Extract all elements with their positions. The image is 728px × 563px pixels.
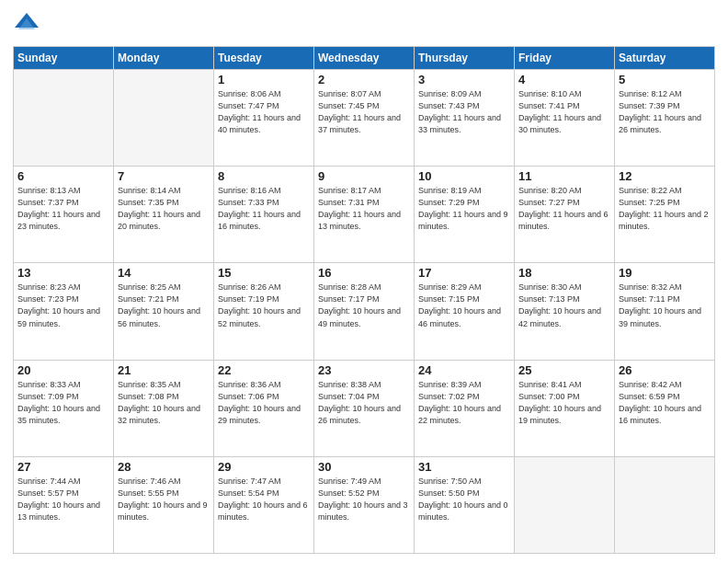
- day-number: 25: [518, 363, 610, 377]
- day-number: 20: [17, 363, 109, 377]
- day-info: Sunrise: 8:26 AMSunset: 7:19 PMDaylight:…: [218, 282, 310, 329]
- header-friday: Friday: [515, 47, 615, 70]
- calendar-cell: 1Sunrise: 8:06 AMSunset: 7:47 PMDaylight…: [214, 70, 314, 167]
- day-number: 3: [418, 73, 510, 86]
- calendar-cell: 21Sunrise: 8:35 AMSunset: 7:08 PMDayligh…: [114, 360, 214, 456]
- calendar-cell: 23Sunrise: 8:38 AMSunset: 7:04 PMDayligh…: [314, 360, 415, 456]
- calendar-cell: 5Sunrise: 8:12 AMSunset: 7:39 PMDaylight…: [615, 70, 715, 167]
- day-number: 10: [418, 169, 510, 183]
- day-number: 11: [518, 169, 610, 183]
- day-info: Sunrise: 8:10 AMSunset: 7:41 PMDaylight:…: [518, 88, 610, 136]
- calendar-cell: 3Sunrise: 8:09 AMSunset: 7:43 PMDaylight…: [415, 70, 515, 167]
- day-number: 23: [318, 363, 410, 377]
- day-number: 4: [518, 73, 610, 86]
- day-info: Sunrise: 8:12 AMSunset: 7:39 PMDaylight:…: [619, 88, 711, 136]
- day-info: Sunrise: 8:23 AMSunset: 7:23 PMDaylight:…: [17, 282, 109, 329]
- day-number: 12: [619, 169, 711, 183]
- calendar-cell: 18Sunrise: 8:30 AMSunset: 7:13 PMDayligh…: [515, 263, 615, 360]
- day-info: Sunrise: 8:36 AMSunset: 7:06 PMDaylight:…: [218, 379, 310, 427]
- calendar-cell: 6Sunrise: 8:13 AMSunset: 7:37 PMDaylight…: [14, 167, 114, 263]
- day-number: 7: [118, 169, 210, 183]
- calendar-cell: [114, 70, 214, 167]
- day-info: Sunrise: 8:39 AMSunset: 7:02 PMDaylight:…: [418, 379, 510, 427]
- day-number: 21: [118, 363, 210, 377]
- calendar-cell: 30Sunrise: 7:49 AMSunset: 5:52 PMDayligh…: [314, 456, 415, 553]
- day-number: 9: [318, 169, 410, 183]
- day-info: Sunrise: 8:19 AMSunset: 7:29 PMDaylight:…: [418, 185, 510, 233]
- day-info: Sunrise: 8:20 AMSunset: 7:27 PMDaylight:…: [518, 185, 610, 233]
- calendar-cell: 11Sunrise: 8:20 AMSunset: 7:27 PMDayligh…: [515, 167, 615, 263]
- calendar-week-2: 6Sunrise: 8:13 AMSunset: 7:37 PMDaylight…: [14, 167, 715, 263]
- calendar-cell: 2Sunrise: 8:07 AMSunset: 7:45 PMDaylight…: [314, 70, 415, 167]
- day-info: Sunrise: 8:16 AMSunset: 7:33 PMDaylight:…: [218, 185, 310, 233]
- calendar-cell: 8Sunrise: 8:16 AMSunset: 7:33 PMDaylight…: [214, 167, 314, 263]
- page: SundayMondayTuesdayWednesdayThursdayFrid…: [0, 0, 728, 563]
- day-info: Sunrise: 8:13 AMSunset: 7:37 PMDaylight:…: [17, 185, 109, 233]
- calendar-week-5: 27Sunrise: 7:44 AMSunset: 5:57 PMDayligh…: [14, 456, 715, 553]
- calendar-cell: 19Sunrise: 8:32 AMSunset: 7:11 PMDayligh…: [615, 263, 715, 360]
- calendar-cell: 24Sunrise: 8:39 AMSunset: 7:02 PMDayligh…: [415, 360, 515, 456]
- day-number: 18: [518, 266, 610, 280]
- day-number: 29: [218, 460, 310, 474]
- header-monday: Monday: [114, 47, 214, 70]
- calendar-week-1: 1Sunrise: 8:06 AMSunset: 7:47 PMDaylight…: [14, 70, 715, 167]
- calendar-cell: 28Sunrise: 7:46 AMSunset: 5:55 PMDayligh…: [114, 456, 214, 553]
- calendar-cell: 22Sunrise: 8:36 AMSunset: 7:06 PMDayligh…: [214, 360, 314, 456]
- day-info: Sunrise: 8:17 AMSunset: 7:31 PMDaylight:…: [318, 185, 410, 233]
- day-info: Sunrise: 8:30 AMSunset: 7:13 PMDaylight:…: [518, 282, 610, 329]
- day-number: 6: [17, 169, 109, 183]
- day-info: Sunrise: 7:50 AMSunset: 5:50 PMDaylight:…: [418, 476, 510, 523]
- logo: [13, 9, 44, 40]
- day-number: 30: [318, 460, 410, 474]
- header-wednesday: Wednesday: [314, 47, 415, 70]
- day-info: Sunrise: 8:32 AMSunset: 7:11 PMDaylight:…: [619, 282, 711, 329]
- calendar-cell: 20Sunrise: 8:33 AMSunset: 7:09 PMDayligh…: [14, 360, 114, 456]
- header: [13, 9, 715, 40]
- calendar-cell: [515, 456, 615, 553]
- day-number: 16: [318, 266, 410, 280]
- calendar-cell: 27Sunrise: 7:44 AMSunset: 5:57 PMDayligh…: [14, 456, 114, 553]
- day-info: Sunrise: 8:38 AMSunset: 7:04 PMDaylight:…: [318, 379, 410, 427]
- day-info: Sunrise: 7:47 AMSunset: 5:54 PMDaylight:…: [218, 476, 310, 523]
- calendar-cell: 14Sunrise: 8:25 AMSunset: 7:21 PMDayligh…: [114, 263, 214, 360]
- day-info: Sunrise: 8:29 AMSunset: 7:15 PMDaylight:…: [418, 282, 510, 329]
- day-number: 1: [218, 73, 310, 86]
- day-info: Sunrise: 8:41 AMSunset: 7:00 PMDaylight:…: [518, 379, 610, 427]
- calendar-cell: [14, 70, 114, 167]
- day-info: Sunrise: 8:33 AMSunset: 7:09 PMDaylight:…: [17, 379, 109, 427]
- day-number: 19: [619, 266, 711, 280]
- day-info: Sunrise: 8:42 AMSunset: 6:59 PMDaylight:…: [619, 379, 711, 427]
- day-info: Sunrise: 8:35 AMSunset: 7:08 PMDaylight:…: [118, 379, 210, 427]
- day-info: Sunrise: 7:44 AMSunset: 5:57 PMDaylight:…: [17, 476, 109, 523]
- calendar-cell: 12Sunrise: 8:22 AMSunset: 7:25 PMDayligh…: [615, 167, 715, 263]
- calendar-cell: 16Sunrise: 8:28 AMSunset: 7:17 PMDayligh…: [314, 263, 415, 360]
- day-info: Sunrise: 7:46 AMSunset: 5:55 PMDaylight:…: [118, 476, 210, 523]
- day-number: 17: [418, 266, 510, 280]
- day-info: Sunrise: 8:07 AMSunset: 7:45 PMDaylight:…: [318, 88, 410, 136]
- calendar-cell: 4Sunrise: 8:10 AMSunset: 7:41 PMDaylight…: [515, 70, 615, 167]
- calendar-cell: 15Sunrise: 8:26 AMSunset: 7:19 PMDayligh…: [214, 263, 314, 360]
- calendar-cell: [615, 456, 715, 553]
- calendar-cell: 7Sunrise: 8:14 AMSunset: 7:35 PMDaylight…: [114, 167, 214, 263]
- day-info: Sunrise: 8:22 AMSunset: 7:25 PMDaylight:…: [619, 185, 711, 233]
- header-tuesday: Tuesday: [214, 47, 314, 70]
- day-info: Sunrise: 7:49 AMSunset: 5:52 PMDaylight:…: [318, 476, 410, 523]
- day-info: Sunrise: 8:06 AMSunset: 7:47 PMDaylight:…: [218, 88, 310, 136]
- calendar-cell: 17Sunrise: 8:29 AMSunset: 7:15 PMDayligh…: [415, 263, 515, 360]
- calendar-cell: 31Sunrise: 7:50 AMSunset: 5:50 PMDayligh…: [415, 456, 515, 553]
- calendar-header-row: SundayMondayTuesdayWednesdayThursdayFrid…: [14, 47, 715, 70]
- day-info: Sunrise: 8:09 AMSunset: 7:43 PMDaylight:…: [418, 88, 510, 136]
- header-sunday: Sunday: [14, 47, 114, 70]
- header-thursday: Thursday: [415, 47, 515, 70]
- day-info: Sunrise: 8:25 AMSunset: 7:21 PMDaylight:…: [118, 282, 210, 329]
- day-number: 27: [17, 460, 109, 474]
- day-number: 14: [118, 266, 210, 280]
- day-info: Sunrise: 8:28 AMSunset: 7:17 PMDaylight:…: [318, 282, 410, 329]
- calendar-cell: 10Sunrise: 8:19 AMSunset: 7:29 PMDayligh…: [415, 167, 515, 263]
- day-number: 15: [218, 266, 310, 280]
- day-number: 22: [218, 363, 310, 377]
- calendar-cell: 26Sunrise: 8:42 AMSunset: 6:59 PMDayligh…: [615, 360, 715, 456]
- calendar-cell: 9Sunrise: 8:17 AMSunset: 7:31 PMDaylight…: [314, 167, 415, 263]
- header-saturday: Saturday: [615, 47, 715, 70]
- calendar-cell: 13Sunrise: 8:23 AMSunset: 7:23 PMDayligh…: [14, 263, 114, 360]
